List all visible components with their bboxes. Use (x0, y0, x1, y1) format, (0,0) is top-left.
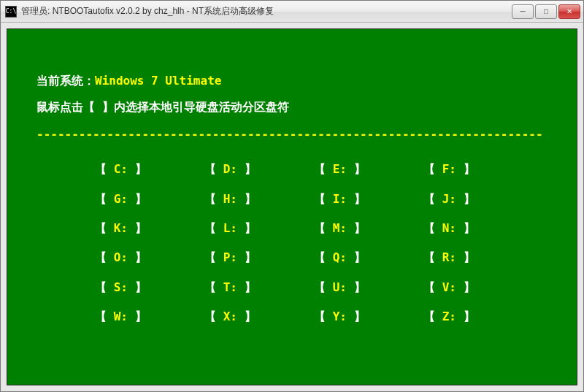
bracket-right-icon: 】 (237, 162, 256, 176)
bracket-left-icon: 【 (423, 310, 442, 323)
window-title: 管理员: NTBOOTautofix v2.0.2 by chz_hlh - N… (21, 5, 512, 18)
drive-letter: O: (114, 250, 128, 264)
bracket-left-icon: 【 (95, 310, 114, 323)
close-button[interactable]: ✕ (558, 4, 580, 19)
bracket-right-icon: 】 (347, 310, 366, 323)
bracket-left-icon: 【 (314, 162, 333, 176)
bracket-left-icon: 【 (423, 280, 442, 294)
bracket-right-icon: 】 (128, 192, 147, 206)
drive-option-c[interactable]: 【 C: 】 (95, 161, 204, 177)
drive-letter: S: (114, 280, 128, 294)
bracket-right-icon: 】 (128, 221, 147, 235)
drive-option-m[interactable]: 【 M: 】 (314, 220, 423, 237)
drive-option-t[interactable]: 【 T: 】 (204, 280, 314, 296)
maximize-button[interactable]: □ (535, 4, 557, 19)
drive-option-w[interactable]: 【 W: 】 (95, 309, 204, 325)
drive-option-g[interactable]: 【 G: 】 (95, 191, 204, 207)
drive-option-u[interactable]: 【 U: 】 (314, 280, 423, 296)
drive-letter: E: (333, 162, 347, 176)
drive-letter: H: (223, 192, 237, 206)
drive-option-q[interactable]: 【 Q: 】 (314, 250, 423, 266)
bracket-right-icon: 】 (456, 310, 475, 323)
current-system-line: 当前系统：Windows 7 Ultimate (36, 73, 548, 89)
bracket-right-icon: 】 (237, 192, 256, 206)
drive-letter: Z: (442, 310, 456, 323)
bracket-left-icon: 【 (204, 192, 223, 206)
drive-row: 【 G: 】【 H: 】【 I: 】【 J: 】 (95, 191, 548, 207)
bracket-right-icon: 】 (237, 221, 256, 235)
bracket-left-icon: 【 (95, 192, 114, 206)
current-system-value: Windows 7 Ultimate (95, 74, 221, 88)
bracket-right-icon: 】 (128, 162, 147, 176)
drive-option-n[interactable]: 【 N: 】 (423, 220, 533, 237)
bracket-right-icon: 】 (456, 250, 475, 264)
drive-row: 【 K: 】【 L: 】【 M: 】【 N: 】 (95, 220, 548, 237)
drive-letter: J: (442, 192, 456, 206)
current-system-label: 当前系统： (36, 74, 95, 88)
bracket-right-icon: 】 (347, 162, 366, 176)
drive-letter: M: (333, 221, 347, 235)
app-icon: C:\ (5, 6, 17, 18)
drive-option-x[interactable]: 【 X: 】 (204, 309, 314, 325)
drive-option-d[interactable]: 【 D: 】 (204, 161, 314, 177)
drive-letter: F: (442, 162, 456, 176)
drive-option-p[interactable]: 【 P: 】 (204, 250, 314, 266)
drive-option-k[interactable]: 【 K: 】 (95, 220, 204, 237)
drive-option-i[interactable]: 【 I: 】 (314, 191, 423, 207)
bracket-right-icon: 】 (347, 221, 366, 235)
app-window: C:\ 管理员: NTBOOTautofix v2.0.2 by chz_hlh… (0, 0, 584, 392)
drive-option-v[interactable]: 【 V: 】 (423, 280, 533, 296)
drive-option-l[interactable]: 【 L: 】 (204, 220, 314, 237)
drive-letter: V: (442, 280, 456, 294)
drive-letter: D: (223, 162, 237, 176)
drive-option-r[interactable]: 【 R: 】 (423, 250, 533, 266)
bracket-left-icon: 【 (204, 162, 223, 176)
drive-letter: N: (442, 221, 456, 235)
drive-option-s[interactable]: 【 S: 】 (95, 280, 204, 296)
bracket-left-icon: 【 (204, 310, 223, 323)
bracket-right-icon: 】 (456, 221, 475, 235)
drive-option-h[interactable]: 【 H: 】 (204, 191, 314, 207)
bracket-left-icon: 【 (314, 221, 333, 235)
drive-letter: T: (223, 280, 237, 294)
drive-letter: C: (114, 162, 128, 176)
drive-option-f[interactable]: 【 F: 】 (423, 161, 533, 177)
drive-letter: K: (114, 221, 128, 235)
bracket-right-icon: 】 (347, 280, 366, 294)
drive-letter: P: (223, 250, 237, 264)
instruction-line: 鼠标点击【 】内选择本地引导硬盘活动分区盘符 (36, 99, 548, 115)
bracket-left-icon: 【 (423, 192, 442, 206)
bracket-left-icon: 【 (95, 250, 114, 264)
titlebar: C:\ 管理员: NTBOOTautofix v2.0.2 by chz_hlh… (1, 1, 583, 23)
bracket-left-icon: 【 (314, 280, 333, 294)
bracket-right-icon: 】 (456, 280, 475, 294)
bracket-left-icon: 【 (423, 250, 442, 264)
bracket-right-icon: 】 (456, 192, 475, 206)
drive-letter: G: (114, 192, 128, 206)
drive-row: 【 W: 】【 X: 】【 Y: 】【 Z: 】 (95, 309, 548, 325)
bracket-right-icon: 】 (237, 280, 256, 294)
drive-option-z[interactable]: 【 Z: 】 (423, 309, 533, 325)
bracket-left-icon: 【 (95, 221, 114, 235)
console-area: 当前系统：Windows 7 Ultimate 鼠标点击【 】内选择本地引导硬盘… (7, 28, 577, 385)
window-controls: ─ □ ✕ (512, 4, 580, 19)
drive-option-y[interactable]: 【 Y: 】 (314, 309, 423, 325)
bracket-left-icon: 【 (314, 192, 333, 206)
drive-letter: U: (333, 280, 347, 294)
drive-option-o[interactable]: 【 O: 】 (95, 250, 204, 266)
bracket-right-icon: 】 (237, 310, 256, 323)
bracket-right-icon: 】 (128, 250, 147, 264)
bracket-right-icon: 】 (128, 280, 147, 294)
drive-letter: I: (333, 192, 347, 206)
bracket-right-icon: 】 (347, 192, 366, 206)
minimize-button[interactable]: ─ (512, 4, 534, 19)
drive-row: 【 S: 】【 T: 】【 U: 】【 V: 】 (95, 280, 548, 296)
separator-line: ----------------------------------------… (36, 126, 548, 142)
bracket-left-icon: 【 (204, 280, 223, 294)
bracket-left-icon: 【 (423, 162, 442, 176)
drive-letter: Q: (333, 250, 347, 264)
drive-letter: L: (223, 221, 237, 235)
drive-option-j[interactable]: 【 J: 】 (423, 191, 533, 207)
drive-option-e[interactable]: 【 E: 】 (314, 161, 423, 177)
bracket-right-icon: 】 (128, 310, 147, 323)
